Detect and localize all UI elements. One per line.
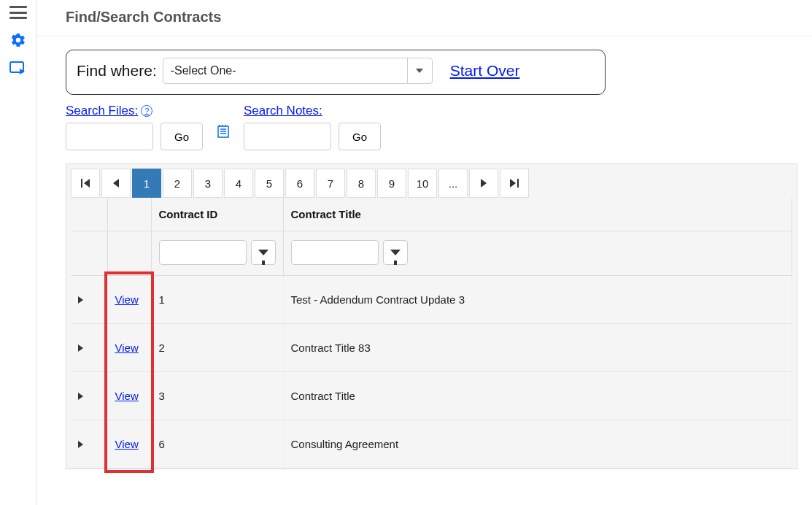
table-row: View6Consulting Agreement — [71, 420, 792, 469]
search-notes-label: Search Notes: — [244, 104, 381, 118]
cell-contract-title: Contract Title — [283, 372, 792, 420]
pager-page-10[interactable]: 10 — [408, 169, 437, 198]
pager-last-button[interactable] — [500, 169, 529, 198]
pager: 12345678910... Contract ID — [66, 163, 797, 469]
table-row: View1Test - Addendum Contract Update 3 — [71, 276, 792, 324]
search-notes-input[interactable] — [244, 123, 331, 150]
find-where-select[interactable]: -Select One- — [163, 58, 433, 84]
pager-prev-button[interactable] — [101, 169, 131, 198]
pager-page-1[interactable]: 1 — [132, 169, 161, 198]
sidebar — [0, 0, 36, 505]
view-link[interactable]: View — [115, 438, 139, 450]
search-files-input[interactable] — [66, 123, 153, 150]
pager-first-button[interactable] — [71, 169, 100, 198]
pager-next-button[interactable] — [469, 169, 498, 198]
cell-contract-title: Consulting Agreement — [283, 420, 792, 469]
col-title-header[interactable]: Contract Title — [283, 198, 792, 231]
filter-icon — [258, 250, 268, 255]
view-link[interactable]: View — [115, 342, 139, 354]
filter-icon — [390, 250, 401, 255]
pager-page-3[interactable]: 3 — [193, 169, 223, 198]
cell-contract-title: Contract Title 83 — [283, 324, 792, 372]
view-link[interactable]: View — [115, 293, 139, 306]
col-view-header — [107, 198, 151, 231]
cell-contract-id: 3 — [151, 372, 283, 420]
cell-contract-id: 6 — [151, 420, 283, 469]
col-id-header[interactable]: Contract ID — [151, 198, 283, 231]
cell-contract-id: 2 — [151, 324, 283, 372]
find-where-label: Find where: — [77, 62, 157, 80]
main-content: Find/Search Contracts Find where: -Selec… — [36, 0, 812, 505]
search-files-go-button[interactable]: Go — [161, 123, 203, 150]
table-row: View3Contract Title — [71, 372, 792, 420]
start-over-link[interactable]: Start Over — [450, 62, 520, 80]
search-panel: Find where: -Select One- Start Over — [66, 50, 606, 95]
chevron-down-icon — [416, 69, 423, 73]
contracts-table: Contract ID Contract Title — [71, 198, 792, 469]
pager-page-4[interactable]: 4 — [224, 169, 253, 198]
help-icon[interactable]: ? — [141, 105, 152, 117]
search-notes-go-button[interactable]: Go — [339, 123, 381, 150]
view-link[interactable]: View — [115, 390, 139, 402]
pager-page-5[interactable]: 5 — [255, 169, 284, 198]
pager-page-9[interactable]: 9 — [377, 169, 406, 198]
cell-contract-id: 1 — [151, 276, 283, 324]
filter-contract-title-button[interactable] — [383, 240, 408, 265]
expand-row-icon[interactable] — [78, 344, 83, 352]
export-icon[interactable] — [9, 61, 27, 77]
find-where-dropdown-button[interactable] — [407, 58, 432, 83]
cell-contract-title: Test - Addendum Contract Update 3 — [283, 276, 792, 324]
col-expand-header — [71, 198, 107, 231]
find-where-value: -Select One- — [163, 58, 407, 83]
pager-page-6[interactable]: 6 — [285, 169, 314, 198]
filter-contract-id-button[interactable] — [251, 240, 276, 265]
pager-page-7[interactable]: 7 — [316, 169, 345, 198]
expand-row-icon[interactable] — [78, 441, 83, 448]
filter-contract-id-input[interactable] — [159, 240, 247, 265]
search-files-label: Search Files: ? — [66, 104, 203, 118]
gear-icon[interactable] — [10, 32, 26, 48]
pager-page-2[interactable]: 2 — [163, 169, 192, 198]
notes-icon — [216, 124, 231, 139]
table-row: View2Contract Title 83 — [71, 324, 792, 372]
expand-row-icon[interactable] — [78, 296, 83, 304]
pager-page-...[interactable]: ... — [438, 169, 468, 198]
pager-page-8[interactable]: 8 — [347, 169, 376, 198]
page-title: Find/Search Contracts — [66, 9, 797, 26]
filter-contract-title-input[interactable] — [291, 240, 379, 265]
menu-icon[interactable] — [9, 6, 27, 19]
expand-row-icon[interactable] — [78, 393, 83, 400]
divider — [36, 36, 812, 36]
